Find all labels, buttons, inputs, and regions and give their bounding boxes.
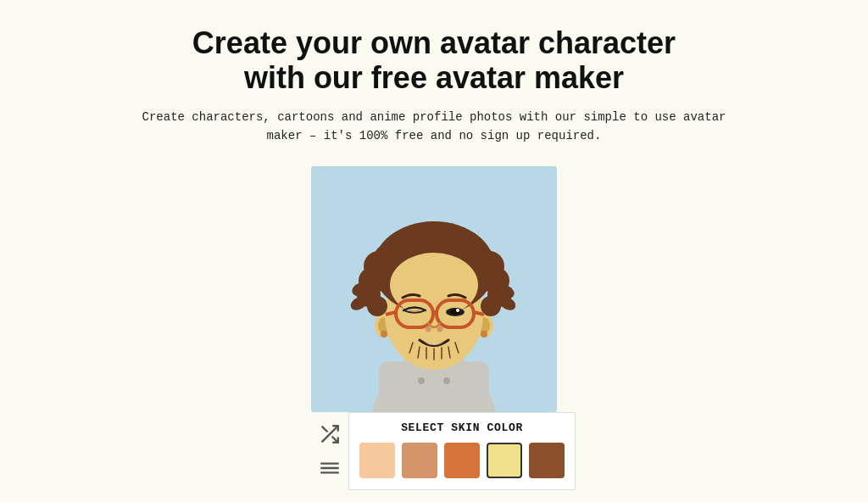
- page-title: Create your own avatar character with ou…: [192, 25, 676, 96]
- skin-color-panel: SELECT SKIN COLOR: [348, 412, 576, 490]
- skin-colors: [359, 443, 565, 478]
- controls-row: SELECT SKIN COLOR: [311, 412, 557, 490]
- svg-point-47: [426, 326, 431, 332]
- svg-point-17: [367, 296, 387, 316]
- svg-point-38: [390, 253, 478, 317]
- menu-button[interactable]: [314, 453, 345, 483]
- svg-point-32: [398, 234, 415, 251]
- shuffle-button[interactable]: [314, 419, 345, 449]
- svg-line-53: [322, 427, 326, 431]
- svg-point-31: [419, 223, 441, 245]
- svg-point-10: [381, 331, 387, 337]
- svg-point-50: [443, 377, 450, 384]
- page-wrapper: Create your own avatar character with ou…: [0, 0, 868, 502]
- skin-swatch-tan[interactable]: [402, 443, 437, 478]
- skin-swatch-light[interactable]: [359, 443, 395, 478]
- svg-point-11: [481, 331, 487, 337]
- avatar-section: SELECT SKIN COLOR: [311, 166, 557, 490]
- skin-color-label: SELECT SKIN COLOR: [359, 421, 565, 434]
- svg-point-46: [456, 309, 459, 312]
- icon-buttons: [311, 412, 348, 490]
- svg-point-49: [418, 377, 425, 384]
- skin-swatch-yellow[interactable]: [487, 443, 522, 478]
- skin-swatch-orange[interactable]: [444, 443, 480, 478]
- svg-point-48: [437, 326, 443, 332]
- avatar-canvas: [311, 166, 557, 412]
- svg-point-33: [445, 232, 462, 249]
- skin-swatch-brown[interactable]: [529, 443, 565, 478]
- page-subtitle: Create characters, cartoons and anime pr…: [137, 108, 731, 146]
